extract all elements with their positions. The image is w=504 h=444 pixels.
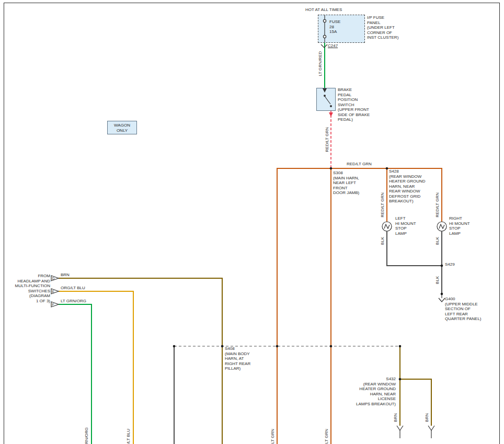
brake-switch-note: BRAKEPEDALPOSITIONSWITCH(UPPER FRONTSIDE… [338,87,370,122]
wire-blk-s429-bus [386,265,442,266]
wire-brn-s432-branch [399,379,432,380]
wire-blk-s408-drop [174,346,175,444]
wire-brn-horizontal [59,278,223,279]
wire-lt-grn-red [324,43,325,88]
wire-red-lt-grn-left-lamp-feed [386,168,387,222]
wire-lt-grn-org-drop [91,304,92,444]
from-switches-note: FROMHEADLAMP ANDMULTI-FUNCTIONSWITCHES(D… [9,274,50,303]
splice-s428-note: S428(REAR WINDOWHEATER GROUNDHARN, NEARR… [389,169,426,204]
connector-c247-label: C247 [328,43,338,49]
wire-red-lt-grn-s308-drop [330,168,331,444]
wire-brn-s432-drop [399,346,400,426]
wire-label-brn-bottom-right: BRN [425,413,430,422]
wire-label-lt-grn-org: LT GRN/ORG [61,299,86,304]
wire-label-lt-grn-org-frag: RN/ORG [84,427,89,444]
wire-org-lt-blu-horizontal [59,291,134,292]
fuse-panel-box [318,15,365,43]
ground-g400-note: G400(UPPER MIDDLESECTION OFLEFT REARQUAR… [445,297,482,322]
wire-lt-grn-org-horizontal [59,304,92,305]
splice-s429-label: S429 [445,262,455,267]
wire-label-org-lt-blu-frag: /LT BLU [126,429,131,444]
left-lamp-note: LEFTHI MOUNTSTOPLAMP [395,216,416,236]
wire-blk-left-lamp [386,231,387,266]
wire-label-red-lt-grn-upper: RED/LT GRN [325,127,330,152]
hot-at-all-times-label: HOT AT ALL TIMES [305,7,342,13]
bus-wire-label: RED/LT GRN [347,162,372,167]
splice-s308-note: S308(MAIN HARN,NEAR LEFTFRONTDOOR JAMB) [333,170,359,196]
brake-switch-box [316,88,336,111]
wire-blk-right-lamp [441,231,442,266]
wire-label-org-lt-blu: ORG/LT BLU [61,286,85,291]
wire-label-brn-bottom-left: BRN [393,413,398,422]
wiring-diagram-page: WAGONONLY [0,0,504,444]
wire-red-lt-grn-right-lamp-feed [441,168,442,222]
wire-label-brn: BRN [61,272,70,278]
wire-label-lt-grn-red: LT GRN/RED [318,51,323,76]
page-border [4,3,500,444]
wire-blk-to-ground [441,266,442,294]
wagon-only-box: WAGONONLY [107,121,137,134]
fuse-label: FUSE2815A [329,19,340,35]
wire-label-right-lamp-feed: RED/LT GRN [435,192,440,218]
wire-label-blk-ground: BLK [435,276,440,284]
wire-label-blk-right: BLK [435,237,440,245]
wire-org-lt-blu-drop [133,291,134,444]
wire-label-left-lamp-feed: RED/LT GRN [380,192,385,218]
wagon-only-label: WAGONONLY [108,123,136,133]
fuse-panel-note: I/P FUSEPANEL(UNDER LEFTCORNER OFINST CL… [367,15,398,40]
wire-brn-drop [222,278,223,444]
wire-label-red-lt-grn-frag-right: LT GRN [324,429,329,444]
wire-label-red-lt-grn-frag-left: LT GRN [270,429,276,444]
wire-label-blk-left: BLK [380,237,385,245]
wire-red-lt-grn-left-drop [277,168,278,444]
splice-s432-note: S432(REAR WINDOWHEATER GROUNDHARN, NEARL… [344,377,396,406]
right-lamp-note: RIGHTHI MOUNTSTOPLAMP [449,216,470,236]
wire-brn-right-connector-drop [431,379,432,426]
splice-s408-note: S408(MAIN BODYHARN, ATRIGHT REARPILLAR) [225,346,250,371]
